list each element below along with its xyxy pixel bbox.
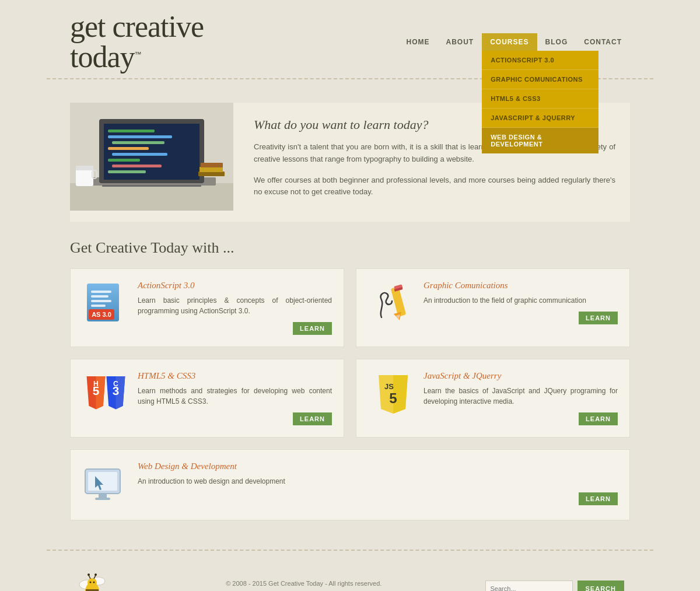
svg-rect-48	[95, 498, 110, 500]
course-icon-webdesign	[82, 461, 129, 508]
course-desc-graphic: An introduction to the field of graphic …	[424, 295, 618, 306]
learn-button-webdesign[interactable]: LEARN	[579, 492, 618, 505]
course-content-graphic: Graphic Comunications An introduction to…	[424, 281, 618, 324]
footer-divider	[47, 550, 653, 551]
nav-about[interactable]: ABOUT	[438, 33, 482, 51]
svg-point-56	[90, 582, 92, 583]
laptop-svg	[70, 103, 233, 211]
course-icon-as3: AS 3.0	[82, 281, 129, 327]
svg-rect-18	[200, 167, 223, 172]
learn-button-graphic[interactable]: LEARN	[579, 312, 618, 324]
course-icon-graphic	[368, 281, 415, 327]
svg-point-55	[88, 578, 97, 587]
dropdown-graphic[interactable]: GRAPHIC COMUNICATIONS	[482, 70, 598, 89]
svg-rect-22	[91, 291, 111, 293]
course-card-html5: 5 H 3 C HTML5 & CSS3 Learn methods and s…	[70, 359, 344, 438]
learn-button-javascript[interactable]: LEARN	[579, 412, 618, 425]
svg-text:AS 3.0: AS 3.0	[92, 311, 111, 318]
svg-rect-5	[108, 130, 155, 132]
footer: © 2008 - 2015 Get Creative Today - All r…	[0, 562, 700, 591]
section-title: Get Creative Today with ...	[70, 239, 630, 257]
svg-rect-47	[99, 494, 107, 498]
logo-area: get creative today™	[70, 12, 257, 72]
learn-button-as3[interactable]: LEARN	[293, 322, 332, 335]
svg-rect-6	[108, 135, 172, 138]
svg-rect-25	[91, 305, 106, 307]
footer-logo	[76, 568, 123, 591]
svg-rect-46	[88, 472, 117, 491]
course-card-graphic: Graphic Comunications An introduction to…	[356, 268, 630, 347]
course-title-javascript: JavaScript & JQuerry	[424, 371, 618, 381]
course-card-actionscript: AS 3.0 ActionScript 3.0 Learn basic prin…	[70, 268, 344, 347]
dropdown-html5[interactable]: HTML5 & CSS3	[482, 89, 598, 109]
courses-grid: AS 3.0 ActionScript 3.0 Learn basic prin…	[70, 268, 630, 438]
svg-rect-24	[91, 300, 111, 302]
course-card-javascript: JS 5 JavaScript & JQuerry Learn the basi…	[356, 359, 630, 438]
svg-rect-7	[112, 141, 164, 144]
hero-paragraph2: We offer courses at both beginner and pr…	[254, 174, 615, 199]
svg-point-59	[88, 573, 90, 576]
course-title-webdesign: Web Design & Development	[138, 461, 618, 471]
course-content-javascript: JavaScript & JQuerry Learn the basics of…	[424, 371, 618, 425]
nav-blog[interactable]: BLOG	[537, 33, 576, 51]
svg-rect-9	[112, 153, 167, 156]
dropdown-webdesign[interactable]: WEB DESIGN & DEVELOPMENT	[482, 128, 598, 153]
svg-text:C: C	[113, 380, 118, 388]
footer-copyright: © 2008 - 2015 Get Creative Today - All r…	[214, 579, 394, 591]
svg-rect-10	[108, 159, 140, 162]
dropdown-actionscript[interactable]: ACTIONSCRIPT 3.0	[482, 51, 598, 70]
course-desc-as3: Learn basic principles & concepts of obj…	[138, 295, 332, 316]
svg-rect-13	[102, 185, 201, 187]
js-icon-svg: JS 5	[370, 373, 414, 417]
nav-courses[interactable]: COURSES	[482, 33, 537, 51]
site-logo[interactable]: get creative today™	[70, 10, 204, 74]
svg-text:5: 5	[389, 390, 397, 406]
svg-rect-12	[108, 170, 146, 173]
course-desc-html5: Learn methods and strategies for develop…	[138, 386, 332, 407]
svg-rect-15	[76, 166, 93, 170]
nav-home[interactable]: HOME	[398, 33, 438, 51]
course-content-as3: ActionScript 3.0 Learn basic principles …	[138, 281, 332, 335]
hero-image	[70, 103, 233, 211]
course-icon-html5: 5 H 3 C	[82, 371, 129, 418]
html5-icon-svg: 5 H 3 C	[82, 373, 129, 417]
course-card-webdesign: Web Design & Development An introduction…	[70, 449, 630, 520]
header: get creative today™ HOME ABOUT COURSES A…	[0, 0, 700, 78]
course-title-graphic: Graphic Comunications	[424, 281, 618, 291]
bee-logo-svg	[76, 568, 117, 591]
svg-rect-23	[91, 295, 108, 298]
svg-text:H: H	[93, 380, 99, 388]
nav-contact[interactable]: CONTACT	[576, 33, 630, 51]
course-desc-javascript: Learn the basics of JavaScript and JQuer…	[424, 386, 618, 407]
trademark-symbol: ™	[135, 50, 141, 58]
svg-rect-8	[108, 147, 149, 150]
web-design-row: Web Design & Development An introduction…	[70, 449, 630, 520]
svg-rect-11	[112, 165, 162, 167]
nav-courses-wrapper: COURSES ACTIONSCRIPT 3.0 GRAPHIC COMUNIC…	[482, 33, 537, 51]
webdesign-icon-svg	[82, 464, 129, 505]
course-title-as3: ActionScript 3.0	[138, 281, 332, 291]
svg-text:JS: JS	[384, 382, 394, 391]
svg-rect-17	[198, 172, 225, 176]
as3-icon-svg: AS 3.0	[84, 282, 128, 326]
course-content-html5: HTML5 & CSS3 Learn methods and strategie…	[138, 371, 332, 425]
search-button[interactable]: SEARCH	[578, 580, 624, 591]
main-nav: HOME ABOUT COURSES ACTIONSCRIPT 3.0 GRAP…	[398, 33, 630, 51]
dropdown-javascript[interactable]: JAVASCRIPT & JQUERRY	[482, 109, 598, 128]
course-desc-webdesign: An introduction to web design and develo…	[138, 476, 618, 487]
course-icon-js: JS 5	[368, 371, 415, 418]
footer-search: SEARCH	[485, 580, 624, 591]
course-title-html5: HTML5 & CSS3	[138, 371, 332, 381]
svg-point-57	[93, 582, 95, 583]
graphic-icon-svg	[370, 282, 414, 326]
svg-rect-1	[70, 183, 233, 211]
courses-dropdown: ACTIONSCRIPT 3.0 GRAPHIC COMUNICATIONS H…	[482, 51, 598, 153]
svg-rect-28	[390, 286, 405, 317]
svg-rect-19	[201, 163, 223, 167]
svg-point-61	[94, 573, 97, 576]
search-input[interactable]	[485, 580, 573, 591]
learn-button-html5[interactable]: LEARN	[293, 412, 332, 425]
course-content-webdesign: Web Design & Development An introduction…	[138, 461, 618, 505]
